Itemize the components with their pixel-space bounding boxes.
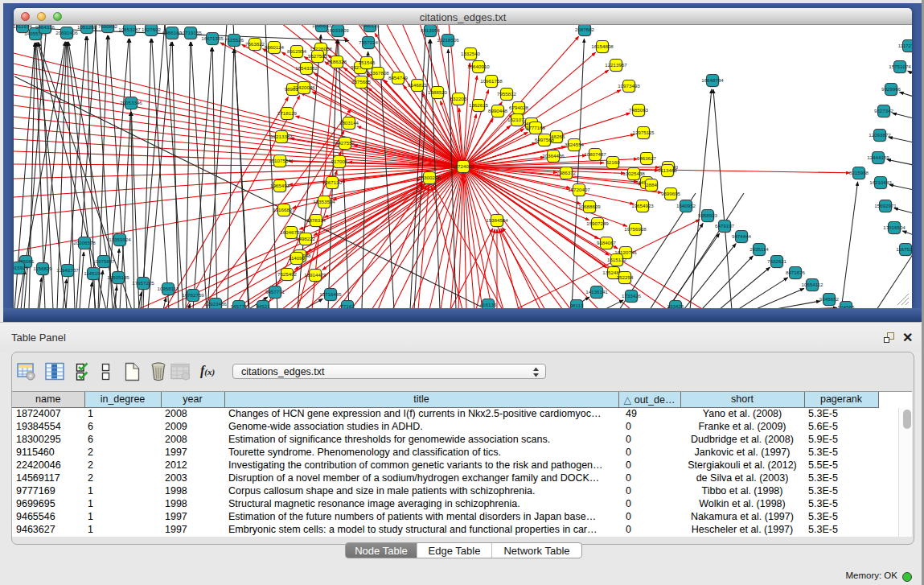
svg-text:2718129: 2718129 — [277, 110, 298, 116]
svg-text:16046758: 16046758 — [280, 229, 302, 235]
svg-text:8427552: 8427552 — [335, 140, 355, 146]
svg-text:17957225: 17957225 — [132, 280, 154, 286]
svg-text:9113460: 9113460 — [658, 167, 677, 173]
svg-text:19654923: 19654923 — [631, 203, 654, 208]
svg-text:9457771: 9457771 — [265, 289, 285, 295]
svg-text:7357224: 7357224 — [359, 39, 379, 45]
svg-text:6794028: 6794028 — [509, 105, 529, 110]
svg-text:5958923: 5958923 — [698, 212, 718, 218]
svg-text:20364436: 20364436 — [542, 153, 565, 159]
svg-text:6497568: 6497568 — [535, 137, 555, 142]
svg-text:9146821: 9146821 — [408, 82, 428, 88]
svg-text:12213967: 12213967 — [605, 62, 627, 68]
svg-text:7625402: 7625402 — [277, 271, 298, 277]
svg-text:1640952: 1640952 — [676, 203, 696, 208]
svg-text:16648784: 16648784 — [701, 77, 724, 83]
svg-text:1362615: 1362615 — [469, 102, 489, 108]
svg-text:9474444: 9474444 — [732, 233, 752, 239]
svg-text:19384554: 19384554 — [486, 217, 508, 223]
svg-text:8267130: 8267130 — [322, 179, 343, 185]
svg-text:7663822: 7663822 — [245, 41, 265, 47]
svg-text:10975887: 10975887 — [92, 258, 115, 264]
svg-text:1156829: 1156829 — [33, 266, 52, 271]
svg-text:12975115: 12975115 — [632, 130, 655, 135]
svg-text:12213383: 12213383 — [270, 134, 293, 139]
svg-text:2884: 2884 — [646, 182, 657, 187]
svg-text:15692971: 15692971 — [874, 203, 897, 208]
svg-text:18300295: 18300295 — [418, 175, 441, 180]
svg-text:9777169: 9777169 — [526, 125, 546, 130]
svg-text:12444159: 12444159 — [867, 154, 889, 160]
svg-text:10025438: 10025438 — [622, 171, 645, 176]
svg-text:19218506: 19218506 — [437, 37, 459, 43]
svg-text:10719155: 10719155 — [179, 30, 202, 35]
svg-text:10654112: 10654112 — [801, 282, 823, 287]
svg-text:1527602: 1527602 — [142, 27, 162, 32]
svg-text:7632621: 7632621 — [767, 258, 787, 264]
svg-text:16154808: 16154808 — [591, 43, 614, 49]
svg-text:12942737: 12942737 — [56, 267, 79, 273]
svg-text:14136141: 14136141 — [585, 289, 608, 295]
svg-text:98113: 98113 — [570, 303, 584, 308]
svg-text:10961758: 10961758 — [480, 78, 503, 84]
svg-text:2803144: 2803144 — [339, 120, 359, 126]
svg-text:12093872: 12093872 — [869, 132, 891, 138]
svg-text:7986372: 7986372 — [556, 170, 577, 175]
svg-text:19166827: 19166827 — [273, 207, 295, 212]
svg-text:1811974: 1811974 — [14, 25, 32, 29]
svg-text:3624554: 3624554 — [565, 142, 585, 147]
svg-text:9227342: 9227342 — [874, 108, 894, 113]
svg-text:7690892: 7690892 — [98, 25, 118, 29]
svg-text:16640910: 16640910 — [467, 64, 490, 69]
svg-text:11172782: 11172782 — [898, 43, 912, 48]
svg-text:7515526: 7515526 — [224, 37, 244, 43]
svg-text:3375685: 3375685 — [351, 79, 372, 84]
svg-text:9464316: 9464316 — [35, 25, 55, 30]
svg-text:1615132: 1615132 — [607, 257, 627, 262]
svg-text:17359924: 17359924 — [109, 237, 131, 242]
svg-text:16210643: 16210643 — [869, 179, 892, 185]
svg-text:15716485: 15716485 — [319, 291, 342, 297]
svg-text:15720407: 15720407 — [568, 187, 590, 192]
svg-text:8990121: 8990121 — [360, 25, 380, 28]
svg-text:9245652: 9245652 — [819, 296, 840, 302]
svg-text:12505135: 12505135 — [107, 274, 129, 280]
svg-text:1051260: 1051260 — [77, 25, 97, 30]
svg-text:20206578: 20206578 — [73, 240, 96, 245]
svg-text:62160: 62160 — [606, 159, 620, 165]
svg-text:10688609: 10688609 — [578, 204, 601, 209]
svg-text:12923486: 12923486 — [204, 301, 227, 307]
svg-text:10107554: 10107554 — [269, 158, 291, 163]
svg-text:16033809: 16033809 — [326, 27, 349, 33]
svg-text:8471676: 8471676 — [786, 270, 806, 275]
svg-text:416136: 416136 — [480, 302, 497, 307]
svg-text:20691406: 20691406 — [55, 30, 78, 35]
svg-text:9527503: 9527503 — [308, 53, 328, 59]
svg-text:16782759: 16782759 — [182, 292, 204, 298]
svg-text:8660124: 8660124 — [265, 44, 285, 50]
svg-text:3915926: 3915926 — [14, 265, 29, 270]
svg-text:22420046: 22420046 — [293, 84, 315, 90]
svg-text:114099: 114099 — [289, 255, 306, 261]
svg-text:16543382: 16543382 — [295, 65, 318, 71]
svg-text:8878334: 8878334 — [306, 217, 326, 223]
svg-text:8912954: 8912954 — [287, 48, 307, 54]
svg-text:6498222: 6498222 — [296, 236, 316, 241]
svg-text:15907249: 15907249 — [586, 220, 609, 226]
svg-text:16671355: 16671355 — [201, 35, 224, 41]
svg-text:12353594: 12353594 — [313, 199, 335, 204]
svg-text:1588520: 1588520 — [428, 89, 448, 95]
svg-text:19756928: 19756928 — [624, 226, 647, 232]
svg-text:9184067: 9184067 — [597, 240, 617, 245]
svg-text:23367808: 23367808 — [367, 70, 389, 76]
svg-text:18724007: 18724007 — [452, 163, 474, 169]
svg-text:7485063: 7485063 — [629, 107, 649, 113]
svg-text:7955812: 7955812 — [497, 91, 517, 97]
svg-text:8215988: 8215988 — [849, 170, 869, 175]
svg-text:252254: 252254 — [617, 274, 634, 280]
svg-text:151546: 151546 — [359, 60, 376, 65]
svg-text:9329966: 9329966 — [881, 86, 901, 92]
svg-text:1167533: 1167533 — [896, 246, 912, 252]
svg-text:10807487: 10807487 — [584, 151, 606, 157]
svg-text:16914479: 16914479 — [304, 272, 326, 278]
